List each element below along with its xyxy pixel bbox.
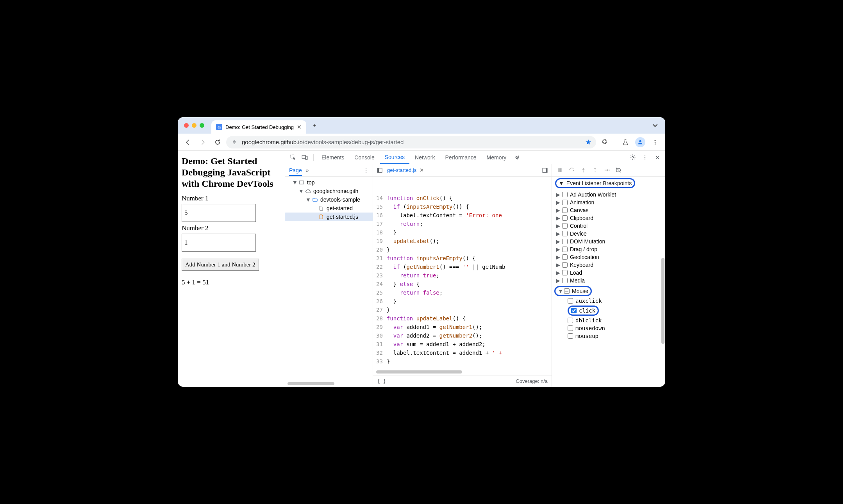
breakpoint-category[interactable]: ▶Ad Auction Worklet: [554, 191, 665, 198]
pretty-print-icon[interactable]: { }: [377, 378, 386, 384]
breakpoint-event-auxclick[interactable]: auxclick: [552, 297, 665, 305]
inspect-element-icon[interactable]: [288, 154, 298, 161]
close-window-button[interactable]: [184, 123, 189, 128]
category-checkbox[interactable]: [562, 200, 568, 205]
devtools-close-icon[interactable]: ✕: [652, 154, 663, 161]
tree-folder[interactable]: ▼ devtools-sample: [285, 195, 373, 204]
breakpoint-event-click[interactable]: click: [552, 305, 665, 316]
event-checkbox[interactable]: [568, 333, 573, 339]
tab-sources[interactable]: Sources: [380, 151, 409, 164]
pause-icon[interactable]: [556, 167, 564, 173]
breakpoint-category[interactable]: ▶Load: [554, 269, 665, 277]
sources-nav-menu-icon[interactable]: ⋮: [363, 167, 369, 173]
breakpoint-category[interactable]: ▶DOM Mutation: [554, 238, 665, 245]
device-toolbar-icon[interactable]: [299, 154, 310, 161]
minimize-window-button[interactable]: [192, 123, 196, 128]
code-horizontal-scrollbar[interactable]: [376, 370, 462, 374]
breakpoint-category[interactable]: ▶Animation: [554, 198, 665, 206]
forward-button[interactable]: [196, 136, 209, 148]
number1-input[interactable]: [182, 204, 256, 222]
category-checkbox[interactable]: [562, 239, 568, 244]
tree-file-html[interactable]: get-started: [285, 204, 373, 213]
close-file-tab-icon[interactable]: ✕: [420, 167, 424, 173]
event-listener-breakpoints-header[interactable]: ▼ Event Listener Breakpoints: [552, 177, 665, 190]
deactivate-breakpoints-icon[interactable]: [614, 167, 622, 173]
address-bar[interactable]: googlechrome.github.io/devtools-samples/…: [226, 136, 596, 148]
tree-file-js[interactable]: get-started.js: [285, 213, 373, 221]
category-checkbox[interactable]: [562, 207, 568, 213]
fullscreen-window-button[interactable]: [200, 123, 204, 128]
event-checkbox[interactable]: [568, 298, 573, 304]
svg-point-18: [573, 170, 574, 172]
step-into-icon[interactable]: [579, 167, 587, 173]
tab-console[interactable]: Console: [350, 151, 379, 164]
breakpoint-category[interactable]: ▶Canvas: [554, 206, 665, 214]
toggle-debugger-icon[interactable]: [541, 167, 549, 173]
favicon-icon: ◎: [216, 124, 222, 130]
tree-top[interactable]: ▼ top: [285, 178, 373, 187]
tree-domain[interactable]: ▼ googlechrome.gith: [285, 187, 373, 195]
open-file-tab[interactable]: get-started.js: [387, 167, 416, 173]
sources-nav-page-tab[interactable]: Page: [289, 167, 302, 176]
tab-memory[interactable]: Memory: [482, 151, 511, 164]
new-tab-button[interactable]: ＋: [309, 120, 320, 131]
window-controls: [184, 123, 204, 128]
back-button[interactable]: [182, 136, 194, 148]
breakpoint-category[interactable]: ▶Media: [554, 277, 665, 284]
site-settings-icon[interactable]: [231, 139, 238, 146]
more-tabs-icon[interactable]: [512, 155, 523, 160]
breakpoint-category[interactable]: ▶Device: [554, 230, 665, 238]
breakpoint-category[interactable]: ▶Drag / drop: [554, 245, 665, 253]
step-icon[interactable]: [603, 167, 611, 173]
number2-input[interactable]: [182, 234, 256, 252]
breakpoint-category[interactable]: ▶Keyboard: [554, 261, 665, 269]
breakpoint-event-mousedown[interactable]: mousedown: [552, 324, 665, 332]
bookmark-star-icon[interactable]: ★: [585, 138, 591, 147]
toggle-navigator-icon[interactable]: [375, 167, 384, 173]
category-checkbox[interactable]: [562, 231, 568, 236]
event-checkbox[interactable]: [568, 325, 573, 331]
category-checkbox[interactable]: [562, 223, 568, 229]
breakpoint-category-mouse[interactable]: ▼ Mouse: [552, 285, 665, 297]
devtools-menu-icon[interactable]: [639, 154, 650, 161]
chrome-menu-button[interactable]: [649, 136, 661, 148]
browser-toolbar: googlechrome.github.io/devtools-samples/…: [178, 134, 665, 151]
category-checkbox[interactable]: [562, 278, 568, 283]
breakpoint-event-mouseup[interactable]: mouseup: [552, 332, 665, 340]
category-checkbox[interactable]: [562, 215, 568, 221]
mouse-mixed-checkbox[interactable]: [564, 288, 570, 294]
breakpoint-category[interactable]: ▶Geolocation: [554, 253, 665, 261]
vertical-scrollbar[interactable]: [661, 258, 664, 344]
breakpoint-category[interactable]: ▶Control: [554, 222, 665, 230]
step-over-icon[interactable]: [568, 167, 575, 173]
profile-button[interactable]: [634, 136, 647, 148]
code-area[interactable]: 14 15 16 17 18 19 20 21 22 23 24 25 26 2…: [373, 177, 552, 375]
event-checkbox[interactable]: [568, 318, 573, 323]
labs-button[interactable]: [619, 136, 632, 148]
breakpoint-category[interactable]: ▶Clipboard: [554, 214, 665, 222]
svg-point-1: [655, 140, 656, 141]
devtools-settings-icon[interactable]: [627, 154, 638, 161]
category-checkbox[interactable]: [562, 262, 568, 268]
step-out-icon[interactable]: [591, 167, 599, 173]
browser-tab[interactable]: ◎ Demo: Get Started Debugging ✕: [211, 120, 306, 134]
reload-button[interactable]: [211, 136, 224, 148]
tab-network[interactable]: Network: [410, 151, 439, 164]
category-checkbox[interactable]: [562, 247, 568, 252]
tab-elements[interactable]: Elements: [317, 151, 349, 164]
breakpoint-event-dblclick[interactable]: dblclick: [552, 316, 665, 324]
code-lines: function onClick() { if (inputsAreEmpty(…: [387, 194, 552, 366]
category-checkbox[interactable]: [562, 192, 568, 197]
category-checkbox[interactable]: [562, 270, 568, 275]
close-tab-button[interactable]: ✕: [297, 124, 302, 130]
tab-performance[interactable]: Performance: [440, 151, 481, 164]
extensions-button[interactable]: [598, 136, 611, 148]
tab-search-button[interactable]: [650, 120, 661, 131]
svg-rect-13: [377, 168, 379, 172]
sources-nav-more-icon[interactable]: »: [306, 167, 309, 173]
horizontal-scrollbar[interactable]: [288, 382, 334, 386]
event-checkbox[interactable]: [571, 308, 577, 313]
category-checkbox[interactable]: [562, 254, 568, 260]
editor-tab-strip: get-started.js ✕: [373, 164, 552, 177]
add-button[interactable]: Add Number 1 and Number 2: [182, 259, 259, 271]
